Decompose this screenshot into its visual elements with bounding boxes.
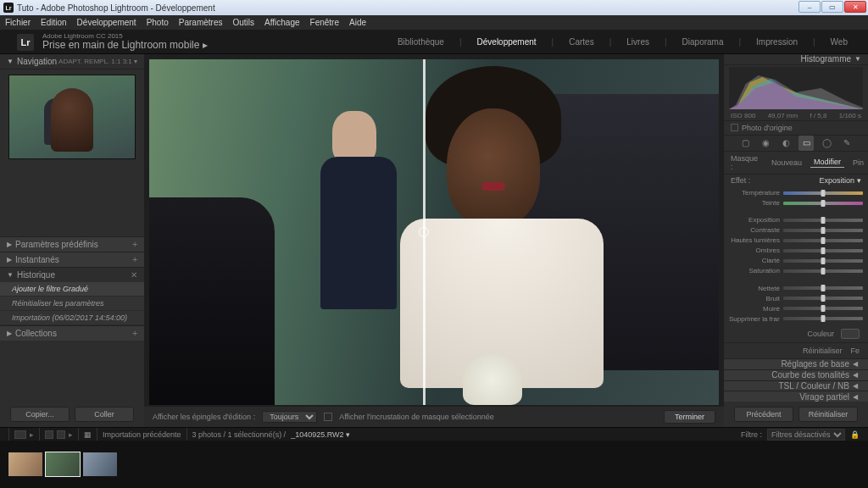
mask-overlay-checkbox[interactable] [324,413,332,421]
navigator-zoom-options[interactable]: ADAPT. REMPL. 1:1 3:1 ▾ [58,58,137,65]
menu-photo[interactable]: Photo [147,18,169,27]
crop-tool-icon[interactable]: ▢ [737,136,753,151]
histogram-display[interactable] [729,67,863,109]
menubar: Fichier Edition Développement Photo Para… [0,15,868,30]
graduated-filter-tool-icon[interactable]: ▭ [798,136,814,151]
paste-button[interactable]: Coller [75,407,134,422]
histogram-header[interactable]: Histogramme ▼ [724,54,868,65]
module-web[interactable]: Web [827,37,851,47]
contrast-slider[interactable] [783,229,863,232]
mask-pin-tab[interactable]: Pin [849,158,867,168]
reset-button[interactable]: Réinitialiser [803,347,843,355]
module-library[interactable]: Bibliothèque [394,37,448,47]
histogram-label: Histogramme [801,54,851,64]
slider-group-detail: Netteté Bruit Moiré Supprimer la frange [724,281,868,325]
brush-tool-icon[interactable]: ✎ [839,136,854,151]
module-slideshow[interactable]: Diaporama [679,37,727,47]
snapshots-panel-header[interactable]: ▶ Instantanés + [0,252,144,267]
basic-panel-header[interactable]: Réglages de base ◀ [724,358,868,369]
document-title[interactable]: Prise en main de Lightroom mobile ▸ [42,40,208,51]
filter-select[interactable]: Filtres désactivés [767,429,845,441]
graduated-filter-overlay[interactable] [423,59,426,405]
module-book[interactable]: Livres [623,37,653,47]
clarity-slider[interactable] [783,259,863,263]
chevron-left-icon: ◀ [853,382,858,390]
menu-fenetre[interactable]: Fenêtre [310,18,339,27]
exposure-slider[interactable] [783,219,863,222]
module-develop[interactable]: Développement [474,37,540,47]
chevron-right-icon: ▶ [7,241,12,248]
image-viewport[interactable] [149,59,719,405]
menu-affichage[interactable]: Affichage [264,18,300,27]
menu-parametres[interactable]: Paramètres [179,18,223,27]
radial-filter-tool-icon[interactable]: ◯ [819,136,834,151]
close-button[interactable]: ✕ [844,1,866,13]
history-panel-header[interactable]: ▼ Historique ✕ [0,267,144,282]
done-button[interactable]: Terminer [664,410,715,424]
reset-all-button[interactable]: Réinitialiser [798,407,858,422]
add-icon[interactable]: + [132,255,137,264]
history-item[interactable]: Ajouter le filtre Gradué [0,282,144,297]
effect-dropdown[interactable]: Exposition▾ [819,176,861,185]
mask-new-tab[interactable]: Nouveau [768,158,805,168]
filter-lock-icon[interactable]: 🔒 [850,430,860,439]
menu-developpement[interactable]: Développement [77,18,136,27]
navigator-header[interactable]: ▼ Navigation ADAPT. REMPL. 1:1 3:1 ▾ [0,54,144,69]
defringe-slider[interactable] [783,317,863,320]
close-button[interactable]: Fe [850,347,860,355]
navigator-thumbnail[interactable] [8,75,136,159]
collections-panel-header[interactable]: ▶ Collections + [0,325,144,341]
view-mode-main-icon[interactable]: ▸ [8,428,40,441]
filmstrip-thumb-selected[interactable] [46,452,80,476]
clear-icon[interactable]: ✕ [131,270,137,280]
tonecurve-panel-header[interactable]: Courbe des tonalités ◀ [724,369,868,380]
menu-aide[interactable]: Aide [349,18,366,27]
splittone-panel-header[interactable]: Virage partiel ◀ [724,391,868,402]
previous-button[interactable]: Précédent [734,407,793,422]
menu-fichier[interactable]: Fichier [5,18,31,27]
filmstrip-thumb[interactable] [8,452,42,476]
module-print[interactable]: Impression [753,37,801,47]
module-picker: Bibliothèque| Développement| Cartes| Liv… [394,37,851,47]
add-icon[interactable]: + [132,329,137,338]
minimize-button[interactable]: – [798,1,821,13]
spot-tool-icon[interactable]: ◉ [758,136,773,151]
window-titlebar: Lr Tuto - Adobe Photoshop Lightroom - Dé… [0,0,868,15]
sharpness-slider[interactable] [783,286,863,290]
color-swatch[interactable] [841,329,860,339]
grid-view-icon[interactable]: ▦ [79,428,97,441]
copy-button[interactable]: Copier... [10,407,70,422]
show-pins-select[interactable]: Toujours [262,411,317,423]
mask-edit-tab[interactable]: Modifier [810,157,844,168]
slider-label: Teinte [729,199,780,207]
tint-slider[interactable] [783,202,863,205]
shadows-slider[interactable] [783,249,863,252]
temperature-slider[interactable] [783,191,863,195]
add-icon[interactable]: + [132,240,137,249]
history-item[interactable]: Importation (06/02/2017 14:54:00) [0,311,144,325]
redeye-tool-icon[interactable]: ◐ [778,136,793,151]
noise-slider[interactable] [783,297,863,300]
exif-focal: 49,07 mm [768,112,798,119]
maximize-button[interactable]: ▭ [821,1,843,13]
window-title: Tuto - Adobe Photoshop Lightroom - Dével… [17,3,215,13]
history-item[interactable]: Réinitialiser les paramètres [0,297,144,311]
right-panel: Histogramme ▼ ISO 800 49,07 mm f / 5,8 1… [724,54,868,427]
module-map[interactable]: Cartes [565,37,597,47]
view-mode-secondary-icon[interactable]: ▸ [40,428,79,441]
menu-edition[interactable]: Edition [41,18,67,27]
presets-panel-header[interactable]: ▶ Paramètres prédéfinis + [0,236,144,252]
filmstrip-filename[interactable]: _1040925.RW2 ▾ [291,430,350,439]
collections-label: Collections [15,329,57,338]
filmstrip[interactable] [0,441,868,488]
filmstrip-thumb[interactable] [83,452,117,476]
filter-label: Filtre : [741,430,762,439]
right-bottom-buttons: Précédent Réinitialiser [724,402,868,427]
moire-slider[interactable] [783,307,863,310]
highlights-slider[interactable] [783,239,863,242]
saturation-slider[interactable] [783,269,863,273]
filmstrip-source[interactable]: Importation précédente [97,428,187,441]
menu-outils[interactable]: Outils [232,18,254,27]
original-checkbox[interactable] [731,124,738,131]
hsl-panel-header[interactable]: TSL / Couleur / NB ◀ [724,380,868,391]
